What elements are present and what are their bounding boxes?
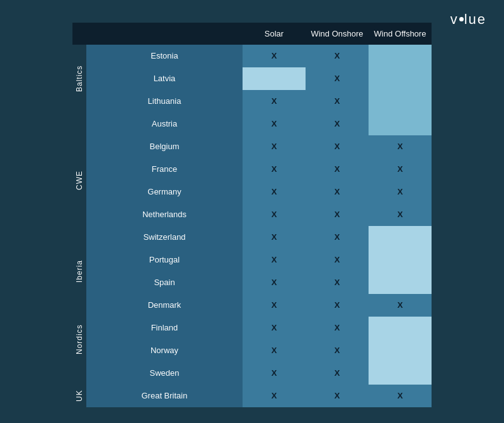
table-row: NorwayXX	[72, 339, 432, 362]
header-wind-onshore: Wind Onshore	[306, 23, 369, 45]
cell-wind_onshore-x: X	[306, 158, 369, 181]
table-row: CWEAustriaXX	[72, 113, 432, 135]
group-label-cwe: CWE	[72, 113, 86, 249]
cell-wind_onshore-x: X	[306, 249, 369, 271]
table-row: IberiaPortugalXX	[72, 249, 432, 271]
cell-wind_offshore-empty	[369, 271, 432, 294]
country-cell: Portugal	[86, 249, 243, 271]
table-row: LatviaX	[72, 67, 432, 90]
cell-wind_offshore-x: X	[369, 385, 432, 407]
cell-solar-x: X	[243, 271, 306, 294]
cell-solar-x: X	[243, 135, 306, 158]
cell-wind_onshore-x: X	[306, 45, 369, 67]
cell-wind_offshore-empty	[369, 67, 432, 90]
country-cell: Belgium	[86, 135, 243, 158]
cell-wind_offshore-empty	[369, 339, 432, 362]
table-row: LithuaniaXX	[72, 90, 432, 113]
cell-wind_offshore-empty	[369, 362, 432, 385]
country-cell: Norway	[86, 339, 243, 362]
cell-solar-x: X	[243, 317, 306, 339]
capability-table: Solar Wind Onshore Wind Offshore Baltics…	[72, 23, 432, 407]
country-cell: Latvia	[86, 67, 243, 90]
cell-wind_onshore-x: X	[306, 135, 369, 158]
country-cell: Sweden	[86, 362, 243, 385]
cell-solar-x: X	[243, 226, 306, 249]
cell-wind_onshore-x: X	[306, 90, 369, 113]
cell-wind_offshore-x: X	[369, 203, 432, 226]
cell-wind_onshore-x: X	[306, 362, 369, 385]
group-label-nordics: Nordics	[72, 294, 86, 385]
cell-wind_onshore-x: X	[306, 67, 369, 90]
table-row: FranceXXX	[72, 158, 432, 181]
main-table-container: Solar Wind Onshore Wind Offshore Baltics…	[72, 23, 432, 407]
cell-wind_offshore-x: X	[369, 158, 432, 181]
table-row: SpainXX	[72, 271, 432, 294]
country-cell: Netherlands	[86, 203, 243, 226]
cell-wind_offshore-empty	[369, 113, 432, 135]
country-cell: Austria	[86, 113, 243, 135]
cell-wind_onshore-x: X	[306, 294, 369, 317]
header-solar: Solar	[243, 23, 306, 45]
cell-wind_onshore-x: X	[306, 226, 369, 249]
cell-wind_onshore-x: X	[306, 339, 369, 362]
cell-solar-x: X	[243, 113, 306, 135]
brand-logo: vlue	[450, 11, 486, 28]
cell-wind_onshore-x: X	[306, 203, 369, 226]
cell-wind_offshore-empty	[369, 249, 432, 271]
table-row: NetherlandsXXX	[72, 203, 432, 226]
header-wind-offshore: Wind Offshore	[369, 23, 432, 45]
table-row: SwitzerlandXX	[72, 226, 432, 249]
cell-wind_onshore-x: X	[306, 181, 369, 203]
country-cell: Denmark	[86, 294, 243, 317]
cell-solar-x: X	[243, 90, 306, 113]
header-country-col	[86, 23, 243, 45]
cell-wind_onshore-x: X	[306, 385, 369, 407]
cell-wind_offshore-empty	[369, 90, 432, 113]
country-cell: France	[86, 158, 243, 181]
cell-wind_onshore-x: X	[306, 317, 369, 339]
table-row: SwedenXX	[72, 362, 432, 385]
cell-wind_offshore-empty	[369, 45, 432, 67]
country-cell: Switzerland	[86, 226, 243, 249]
table-row: GermanyXXX	[72, 181, 432, 203]
table-row: NordicsDenmarkXXX	[72, 294, 432, 317]
group-label-iberia: Iberia	[72, 249, 86, 294]
group-label-baltics: Baltics	[72, 45, 86, 113]
table-row: FinlandXX	[72, 317, 432, 339]
cell-solar-x: X	[243, 385, 306, 407]
table-row: BalticsEstoniaXX	[72, 45, 432, 67]
country-cell: Finland	[86, 317, 243, 339]
group-label-uk: UK	[72, 385, 86, 407]
cell-solar-x: X	[243, 158, 306, 181]
cell-wind_onshore-x: X	[306, 271, 369, 294]
cell-solar-empty	[243, 67, 306, 90]
cell-wind_offshore-empty	[369, 226, 432, 249]
country-cell: Estonia	[86, 45, 243, 67]
table-row: BelgiumXXX	[72, 135, 432, 158]
cell-wind_offshore-x: X	[369, 181, 432, 203]
cell-solar-x: X	[243, 362, 306, 385]
cell-wind_offshore-x: X	[369, 135, 432, 158]
country-cell: Great Britain	[86, 385, 243, 407]
country-cell: Spain	[86, 271, 243, 294]
cell-solar-x: X	[243, 249, 306, 271]
table-row: UKGreat BritainXXX	[72, 385, 432, 407]
cell-solar-x: X	[243, 181, 306, 203]
cell-solar-x: X	[243, 294, 306, 317]
cell-wind_offshore-x: X	[369, 294, 432, 317]
cell-wind_offshore-empty	[369, 317, 432, 339]
cell-solar-x: X	[243, 203, 306, 226]
header-group-col	[72, 23, 86, 45]
cell-wind_onshore-x: X	[306, 113, 369, 135]
cell-solar-x: X	[243, 45, 306, 67]
cell-solar-x: X	[243, 339, 306, 362]
country-cell: Lithuania	[86, 90, 243, 113]
country-cell: Germany	[86, 181, 243, 203]
